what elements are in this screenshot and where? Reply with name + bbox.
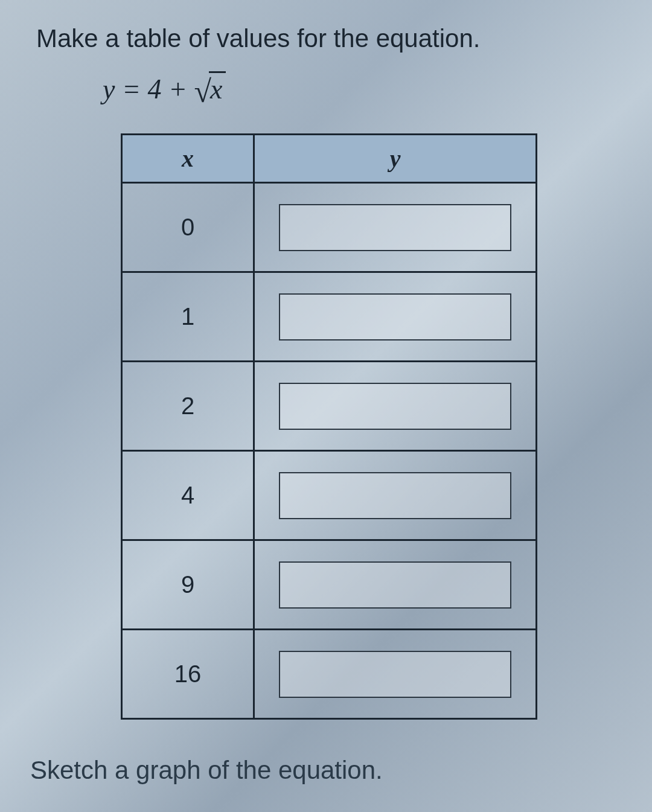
table-row: 16 [122,630,537,719]
table-row: 9 [122,540,537,630]
y-input-3[interactable] [279,472,511,519]
column-header-y: y [254,135,537,183]
x-value-cell: 4 [122,451,254,540]
y-input-0[interactable] [279,204,511,251]
equation-display: y = 4 + √x [103,71,622,109]
y-input-5[interactable] [279,651,511,698]
equation-constant: 4 [147,74,161,104]
equation-plus: + [161,74,194,104]
y-value-cell [254,540,537,630]
y-input-2[interactable] [279,383,511,430]
table-row: 4 [122,451,537,540]
sqrt-expression: √x [194,71,226,109]
equation-lhs: y [103,74,115,104]
values-table: x y 0 1 2 [121,133,537,720]
table-header-row: x y [122,135,537,183]
instruction-text: Make a table of values for the equation. [36,24,622,53]
column-header-x: x [122,135,254,183]
y-value-cell [254,630,537,719]
equation-equals: = [115,74,147,104]
x-value-cell: 0 [122,183,254,272]
x-value-cell: 2 [122,362,254,451]
footer-instruction-text: Sketch a graph of the equation. [30,756,622,785]
x-value-cell: 16 [122,630,254,719]
y-value-cell [254,183,537,272]
sqrt-radicand: x [209,71,226,105]
y-input-4[interactable] [279,561,511,609]
x-value-cell: 1 [122,272,254,362]
y-value-cell [254,362,537,451]
table-row: 0 [122,183,537,272]
table-row: 2 [122,362,537,451]
x-value-cell: 9 [122,540,254,630]
y-value-cell [254,451,537,540]
y-value-cell [254,272,537,362]
table-row: 1 [122,272,537,362]
y-input-1[interactable] [279,293,511,340]
